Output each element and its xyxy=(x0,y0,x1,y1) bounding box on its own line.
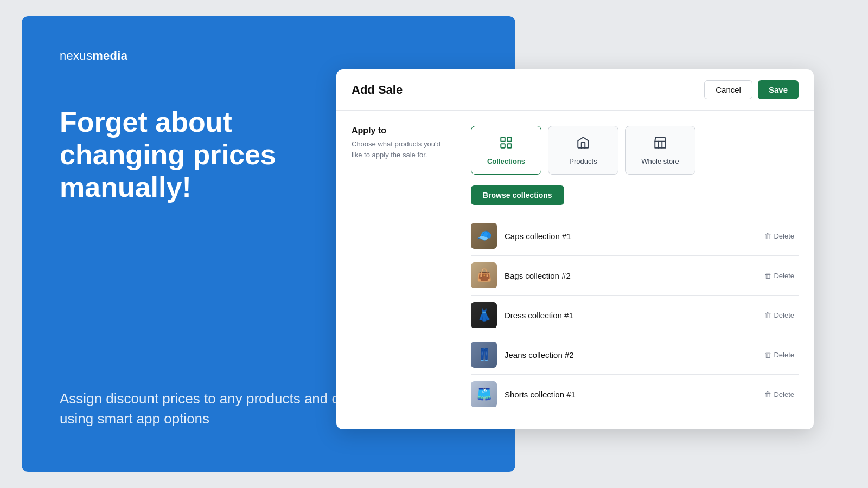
dress-thumb: 👗 xyxy=(471,302,497,328)
save-button[interactable]: Save xyxy=(758,80,799,99)
collection-name: Dress collection #1 xyxy=(505,311,752,320)
logo-plain: nexus xyxy=(60,49,92,62)
delete-dress-button[interactable]: 🗑 Delete xyxy=(760,309,799,322)
modal-body: Apply to Choose what products you'd like… xyxy=(336,111,814,429)
trash-icon: 🗑 xyxy=(764,232,771,240)
list-item: 🩳 Shorts collection #1 🗑 Delete xyxy=(471,375,799,414)
delete-label: Delete xyxy=(774,232,794,240)
add-sale-modal: Add Sale Cancel Save Apply to Choose wha… xyxy=(336,69,814,429)
svg-rect-1 xyxy=(507,137,512,142)
browse-collections-button[interactable]: Browse collections xyxy=(471,185,564,205)
products-icon xyxy=(576,136,590,153)
right-section: Collections Products xyxy=(471,126,799,414)
trash-icon: 🗑 xyxy=(764,311,771,319)
logo-bold: media xyxy=(92,49,127,62)
svg-rect-3 xyxy=(507,144,512,148)
main-container: nexusmedia Forget about changing prices … xyxy=(22,16,846,472)
modal-header: Add Sale Cancel Save xyxy=(336,69,814,111)
delete-label: Delete xyxy=(774,272,794,280)
trash-icon: 🗑 xyxy=(764,351,771,359)
delete-jeans-button[interactable]: 🗑 Delete xyxy=(760,349,799,361)
apply-to-desc: Choose what products you'd like to apply… xyxy=(352,139,449,160)
tab-collections-label: Collections xyxy=(487,157,525,165)
tab-products[interactable]: Products xyxy=(548,126,618,175)
collection-name: Shorts collection #1 xyxy=(505,390,752,399)
hero-line2: changing prices xyxy=(60,139,276,170)
list-item: 🧢 Caps collection #1 🗑 Delete xyxy=(471,216,799,256)
jeans-thumb: 👖 xyxy=(471,342,497,368)
modal-title: Add Sale xyxy=(352,83,403,97)
caps-thumb: 🧢 xyxy=(471,223,497,249)
list-item: 👖 Jeans collection #2 🗑 Delete xyxy=(471,335,799,375)
list-item: 👜 Bags collection #2 🗑 Delete xyxy=(471,256,799,296)
delete-label: Delete xyxy=(774,351,794,359)
collections-icon xyxy=(499,136,513,153)
apply-to-section: Apply to Choose what products you'd like… xyxy=(352,126,449,414)
tab-whole-store[interactable]: Whole store xyxy=(625,126,695,175)
trash-icon: 🗑 xyxy=(764,390,771,399)
svg-rect-2 xyxy=(501,144,505,148)
collection-name: Caps collection #1 xyxy=(505,232,752,241)
tab-whole-store-label: Whole store xyxy=(641,157,679,165)
apply-to-label: Apply to xyxy=(352,126,449,136)
collection-name: Bags collection #2 xyxy=(505,271,752,280)
hero-line1: Forget about xyxy=(60,106,232,138)
delete-caps-button[interactable]: 🗑 Delete xyxy=(760,230,799,242)
modal-overlay: Add Sale Cancel Save Apply to Choose wha… xyxy=(309,43,841,455)
tab-products-label: Products xyxy=(569,157,597,165)
shorts-thumb: 🩳 xyxy=(471,381,497,407)
cancel-button[interactable]: Cancel xyxy=(704,80,752,99)
list-item: 👗 Dress collection #1 🗑 Delete xyxy=(471,296,799,335)
header-buttons: Cancel Save xyxy=(704,80,799,99)
collection-list: 🧢 Caps collection #1 🗑 Delete 👜 xyxy=(471,216,799,414)
delete-label: Delete xyxy=(774,390,794,399)
whole-store-icon xyxy=(653,136,667,153)
svg-rect-0 xyxy=(501,137,505,142)
delete-bags-button[interactable]: 🗑 Delete xyxy=(760,269,799,282)
tab-group: Collections Products xyxy=(471,126,799,175)
tab-collections[interactable]: Collections xyxy=(471,126,541,175)
collection-name: Jeans collection #2 xyxy=(505,350,752,359)
delete-shorts-button[interactable]: 🗑 Delete xyxy=(760,388,799,401)
delete-label: Delete xyxy=(774,311,794,319)
trash-icon: 🗑 xyxy=(764,272,771,280)
bags-thumb: 👜 xyxy=(471,262,497,288)
hero-line3: manually! xyxy=(60,171,192,203)
